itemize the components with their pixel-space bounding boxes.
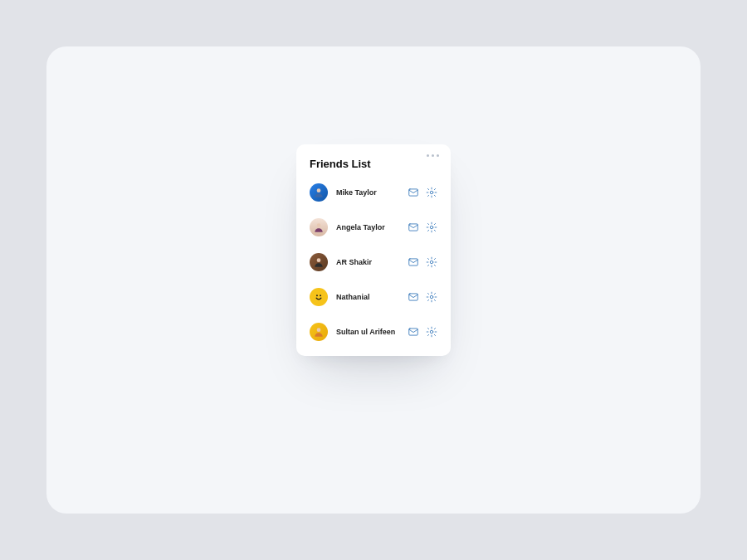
- svg-point-9: [316, 295, 318, 296]
- settings-button[interactable]: [426, 326, 437, 338]
- svg-point-5: [430, 226, 433, 229]
- svg-point-15: [430, 330, 433, 334]
- avatar: [310, 288, 328, 306]
- friends-card: Friends List Mike Taylor: [296, 144, 451, 356]
- settings-button[interactable]: [426, 256, 437, 268]
- friend-row: Mike Taylor: [310, 183, 437, 202]
- gear-icon: [426, 256, 437, 268]
- settings-button[interactable]: [426, 187, 437, 198]
- row-actions: [408, 256, 437, 268]
- friend-row: Nathanial: [310, 288, 437, 306]
- dots-icon: [427, 154, 429, 157]
- avatar: [310, 323, 328, 341]
- friend-name: Mike Taylor: [336, 188, 399, 197]
- gear-icon: [426, 291, 437, 303]
- avatar: [310, 253, 328, 271]
- svg-point-10: [320, 295, 321, 296]
- row-actions: [408, 187, 437, 198]
- message-button[interactable]: [408, 187, 419, 198]
- page-panel: Friends List Mike Taylor: [46, 46, 701, 514]
- message-button[interactable]: [408, 326, 419, 338]
- dots-icon: [437, 154, 439, 157]
- friend-name: AR Shakir: [336, 258, 399, 266]
- friend-row: Sultan ul Arifeen: [310, 323, 437, 341]
- avatar: [310, 183, 328, 202]
- avatar: [310, 218, 328, 236]
- settings-button[interactable]: [426, 222, 437, 233]
- settings-button[interactable]: [426, 291, 437, 303]
- mail-icon: [408, 222, 419, 233]
- mail-icon: [408, 291, 419, 303]
- svg-point-2: [430, 191, 433, 194]
- svg-rect-14: [409, 329, 418, 335]
- more-options-button[interactable]: [425, 153, 441, 158]
- row-actions: [408, 291, 437, 303]
- friend-name: Angela Taylor: [336, 223, 399, 231]
- dots-icon: [432, 154, 434, 157]
- svg-point-12: [430, 295, 433, 299]
- friend-row: Angela Taylor: [310, 218, 437, 236]
- message-button[interactable]: [408, 291, 419, 303]
- svg-rect-1: [409, 189, 418, 196]
- message-button[interactable]: [408, 222, 419, 233]
- svg-point-0: [317, 188, 321, 192]
- svg-point-8: [430, 261, 433, 264]
- svg-rect-7: [409, 259, 418, 265]
- svg-point-3: [317, 223, 321, 227]
- friend-name: Nathanial: [336, 293, 399, 301]
- card-header: Friends List: [310, 158, 437, 170]
- mail-icon: [408, 256, 419, 268]
- card-title: Friends List: [310, 158, 371, 170]
- row-actions: [408, 326, 437, 338]
- smiley-icon: [313, 291, 325, 303]
- friends-list: Mike Taylor Angela Taylor: [310, 183, 437, 341]
- gear-icon: [426, 326, 437, 338]
- svg-point-13: [317, 328, 321, 332]
- svg-rect-11: [409, 294, 418, 300]
- svg-point-6: [317, 258, 321, 262]
- message-button[interactable]: [408, 256, 419, 268]
- friend-name: Sultan ul Arifeen: [336, 328, 399, 336]
- friend-row: AR Shakir: [310, 253, 437, 271]
- row-actions: [408, 222, 437, 233]
- svg-rect-4: [409, 224, 418, 231]
- mail-icon: [408, 187, 419, 198]
- gear-icon: [426, 187, 437, 198]
- gear-icon: [426, 222, 437, 233]
- mail-icon: [408, 326, 419, 338]
